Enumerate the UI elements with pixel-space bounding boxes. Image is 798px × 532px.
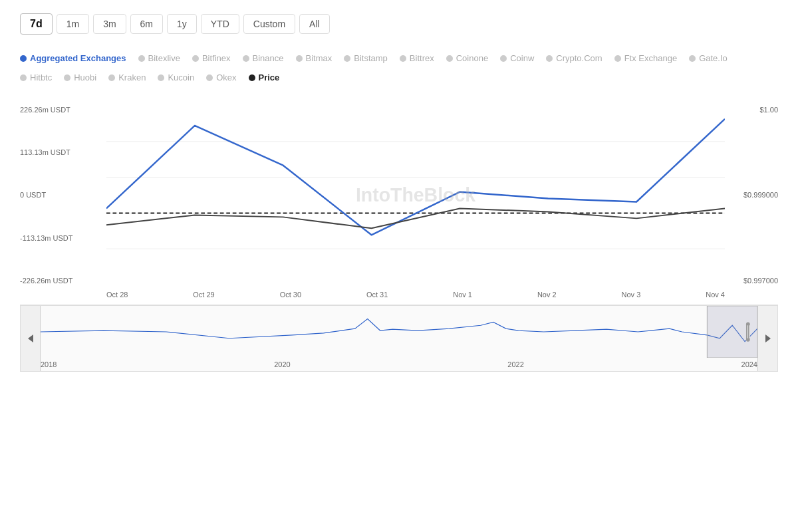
legend-dot bbox=[500, 55, 507, 62]
svg-marker-7 bbox=[765, 334, 771, 342]
legend-item-bittrex[interactable]: Bittrex bbox=[400, 51, 434, 66]
legend-item-binance[interactable]: Binance bbox=[243, 51, 284, 66]
x-axis: Oct 28Oct 29Oct 30Oct 31Nov 1Nov 2Nov 3N… bbox=[106, 285, 725, 305]
legend-dot bbox=[206, 74, 213, 81]
legend-label: Bitmax bbox=[306, 51, 332, 66]
legend-item-bitstamp[interactable]: Bitstamp bbox=[344, 51, 388, 66]
legend-dot bbox=[20, 74, 27, 81]
chart-area: 226.26m USDT113.13m USDT0 USDT-113.13m U… bbox=[20, 106, 778, 372]
svg-text:IntoTheBlock: IntoTheBlock bbox=[356, 184, 476, 206]
chart-svg: IntoTheBlock bbox=[106, 106, 725, 285]
nav-x-label: 2020 bbox=[274, 360, 290, 368]
legend-dot bbox=[446, 55, 453, 62]
legend-item-coinw[interactable]: Coinw bbox=[500, 51, 534, 66]
y-axis-right: $1.00$0.999000$0.997000 bbox=[725, 106, 778, 285]
legend-item-crypto-com[interactable]: Crypto.Com bbox=[546, 51, 602, 66]
time-btn-1y[interactable]: 1y bbox=[167, 14, 197, 34]
legend-dot bbox=[546, 55, 553, 62]
x-axis-label: Nov 3 bbox=[622, 291, 641, 299]
nav-x-label: 2024 bbox=[741, 360, 757, 368]
legend-label: Bitfinex bbox=[202, 51, 231, 66]
legend-dot bbox=[192, 55, 199, 62]
legend-label: Kucoin bbox=[168, 70, 194, 85]
legend-dot bbox=[689, 55, 696, 62]
chart-navigator[interactable]: 2018202020222024 bbox=[20, 305, 778, 372]
navigator-right-arrow[interactable] bbox=[757, 306, 777, 371]
legend-label: Ftx Exchange bbox=[624, 51, 678, 66]
legend-dot bbox=[64, 74, 70, 81]
legend-item-coinone[interactable]: Coinone bbox=[446, 51, 488, 66]
legend-dot bbox=[158, 74, 164, 81]
time-btn-custom[interactable]: Custom bbox=[243, 14, 295, 34]
legend-item-price[interactable]: Price bbox=[249, 70, 280, 85]
legend-label: Gate.Io bbox=[699, 51, 728, 66]
legend-item-bitexlive[interactable]: Bitexlive bbox=[138, 51, 180, 66]
chart-inner: IntoTheBlock bbox=[106, 106, 725, 285]
x-axis-label: Oct 29 bbox=[193, 291, 214, 299]
time-btn-3m[interactable]: 3m bbox=[93, 14, 126, 34]
legend-dot bbox=[400, 55, 406, 62]
legend-label: Price bbox=[259, 70, 280, 85]
legend-label: Bittrex bbox=[410, 51, 434, 66]
x-axis-label: Oct 30 bbox=[280, 291, 301, 299]
y-axis-right-label: $0.999000 bbox=[743, 191, 778, 199]
legend-label: Coinw bbox=[510, 51, 534, 66]
x-axis-label: Oct 28 bbox=[106, 291, 128, 299]
y-axis-right-label: $0.997000 bbox=[743, 277, 778, 285]
y-axis-left-label: 113.13m USDT bbox=[20, 148, 106, 156]
legend-item-bitmax[interactable]: Bitmax bbox=[296, 51, 332, 66]
navigator-x-axis: 2018202020222024 bbox=[41, 358, 757, 371]
legend-label: Bitstamp bbox=[354, 51, 388, 66]
legend-label: Binance bbox=[253, 51, 284, 66]
time-btn-6m[interactable]: 6m bbox=[130, 14, 163, 34]
legend-item-okex[interactable]: Okex bbox=[206, 70, 236, 85]
chart-legend: Aggregated ExchangesBitexliveBitfinexBin… bbox=[20, 51, 778, 86]
navigator-chart bbox=[41, 306, 757, 358]
legend-dot bbox=[614, 55, 621, 62]
navigator-left-arrow[interactable] bbox=[21, 306, 41, 371]
legend-label: Kraken bbox=[118, 70, 146, 85]
time-btn-7d[interactable]: 7d bbox=[20, 13, 53, 35]
legend-dot bbox=[20, 55, 27, 62]
nav-x-label: 2022 bbox=[507, 360, 523, 368]
legend-item-ftx-exchange[interactable]: Ftx Exchange bbox=[614, 51, 678, 66]
y-axis-left-label: 226.26m USDT bbox=[20, 106, 106, 114]
svg-marker-6 bbox=[28, 334, 33, 342]
legend-label: Hitbtc bbox=[30, 70, 52, 85]
x-axis-label: Nov 2 bbox=[537, 291, 557, 299]
legend-dot bbox=[296, 55, 303, 62]
legend-label: Okex bbox=[216, 70, 236, 85]
y-axis-left: 226.26m USDT113.13m USDT0 USDT-113.13m U… bbox=[20, 106, 106, 285]
legend-dot bbox=[108, 74, 115, 81]
legend-label: Aggregated Exchanges bbox=[30, 51, 126, 66]
legend-label: Bitexlive bbox=[148, 51, 180, 66]
legend-item-bitfinex[interactable]: Bitfinex bbox=[192, 51, 231, 66]
time-btn-all[interactable]: All bbox=[299, 14, 330, 34]
legend-item-aggregated-exchanges[interactable]: Aggregated Exchanges bbox=[20, 51, 126, 66]
legend-item-gate-io[interactable]: Gate.Io bbox=[689, 51, 728, 66]
nav-x-label: 2018 bbox=[41, 360, 57, 368]
legend-dot bbox=[249, 74, 255, 81]
x-axis-label: Nov 1 bbox=[453, 291, 472, 299]
legend-label: Coinone bbox=[456, 51, 488, 66]
legend-dot bbox=[243, 55, 249, 62]
y-axis-left-label: -113.13m USDT bbox=[20, 234, 106, 242]
y-axis-left-label: 0 USDT bbox=[20, 191, 106, 199]
y-axis-left-label: -226.26m USDT bbox=[20, 277, 106, 285]
x-axis-label: Nov 4 bbox=[706, 291, 725, 299]
legend-item-hitbtc[interactable]: Hitbtc bbox=[20, 70, 52, 85]
legend-item-kucoin[interactable]: Kucoin bbox=[158, 70, 194, 85]
main-chart: 226.26m USDT113.13m USDT0 USDT-113.13m U… bbox=[20, 106, 778, 305]
y-axis-right-label: $1.00 bbox=[759, 106, 778, 114]
time-range-selector: 7d1m3m6m1yYTDCustomAll bbox=[20, 13, 778, 35]
legend-item-huobi[interactable]: Huobi bbox=[64, 70, 96, 85]
legend-label: Huobi bbox=[74, 70, 96, 85]
x-axis-label: Oct 31 bbox=[366, 291, 388, 299]
legend-label: Crypto.Com bbox=[556, 51, 602, 66]
legend-dot bbox=[138, 55, 145, 62]
time-btn-ytd[interactable]: YTD bbox=[201, 14, 239, 34]
time-btn-1m[interactable]: 1m bbox=[57, 14, 89, 34]
legend-item-kraken[interactable]: Kraken bbox=[108, 70, 146, 85]
legend-dot bbox=[344, 55, 350, 62]
